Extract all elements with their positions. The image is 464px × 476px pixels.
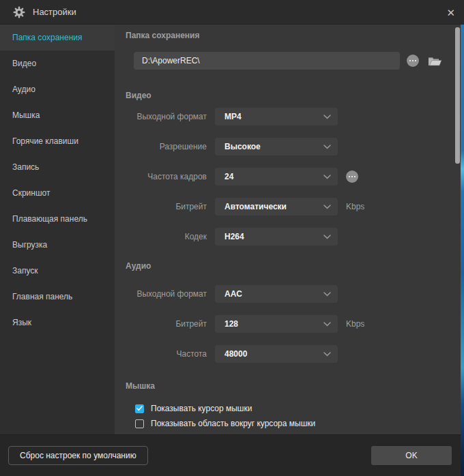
field-label: Частота — [126, 349, 207, 359]
sidebar-item-startup[interactable]: Запуск — [0, 258, 115, 284]
video-framerate-select[interactable]: 24 — [215, 168, 338, 185]
field-label: Выходной формат — [126, 112, 207, 121]
sidebar-item-mouse[interactable]: Мышка — [0, 102, 115, 128]
sidebar-item-record[interactable]: Запись — [0, 154, 115, 180]
audio-samplerate-select[interactable]: 48000 — [215, 345, 338, 363]
select-value: H264 — [224, 232, 244, 241]
field-label: Битрейт — [126, 319, 207, 329]
sidebar-item-upload[interactable]: Выгрузка — [0, 232, 115, 258]
select-value: 128 — [224, 319, 238, 329]
desktop-background-edge — [461, 25, 464, 476]
video-codec-row: Кодек H264 — [126, 228, 464, 246]
chevron-down-icon — [323, 115, 331, 119]
sidebar-item-screenshot[interactable]: Скриншот — [0, 180, 115, 206]
field-label: Разрешение — [126, 142, 207, 151]
audio-output-format-row: Выходной формат AAC — [126, 285, 464, 303]
unit-label: Kbps — [346, 319, 364, 329]
video-framerate-row: Частота кадров 24 — [126, 168, 464, 185]
chevron-down-icon — [323, 205, 331, 209]
video-resolution-row: Разрешение Высокое — [126, 138, 464, 155]
window-title: Настройки — [33, 7, 76, 17]
sidebar-item-language[interactable]: Язык — [0, 310, 115, 336]
section-title-audio: Аудио — [126, 261, 464, 271]
chevron-down-icon — [323, 322, 331, 327]
video-bitrate-select[interactable]: Автоматически — [215, 198, 338, 215]
video-bitrate-row: Битрейт Автоматически Kbps — [126, 198, 464, 215]
video-output-format-row: Выходной формат MP4 — [126, 108, 464, 125]
show-cursor-checkbox[interactable] — [135, 404, 144, 413]
section-title-video: Видео — [126, 90, 464, 101]
main-area: Папка сохранения Видео Аудио Мышка Горяч… — [0, 25, 464, 434]
sidebar-item-floating-panel[interactable]: Плавающая панель — [0, 206, 115, 232]
checkbox-label: Показывать курсор мышки — [151, 404, 252, 413]
sidebar-item-video[interactable]: Видео — [0, 50, 115, 76]
footer-bar: Сброс настроек по умолчанию OK — [0, 434, 464, 476]
open-folder-icon[interactable] — [428, 55, 442, 67]
field-label: Выходной формат — [126, 289, 207, 299]
chevron-down-icon — [323, 352, 331, 357]
select-value: AAC — [224, 289, 242, 299]
close-icon[interactable]: ✕ — [446, 7, 455, 17]
show-cursor-area-checkbox[interactable] — [135, 419, 144, 428]
title-bar: Настройки ✕ — [0, 0, 464, 25]
unit-label: Kbps — [346, 202, 364, 211]
video-codec-select[interactable]: H264 — [215, 228, 338, 246]
sidebar-item-main-panel[interactable]: Главная панель — [0, 284, 115, 310]
audio-bitrate-row: Битрейт 128 Kbps — [126, 315, 464, 333]
sidebar-item-hotkeys[interactable]: Горячие клавиши — [0, 128, 115, 154]
sidebar-item-save-folder[interactable]: Папка сохранения — [0, 25, 115, 50]
scrollbar-thumb[interactable] — [455, 27, 460, 164]
gear-icon — [13, 6, 25, 18]
show-cursor-row: Показывать курсор мышки — [135, 404, 464, 413]
section-title-mouse: Мышка — [126, 381, 464, 391]
save-path-input[interactable] — [134, 52, 400, 70]
chevron-down-icon — [323, 235, 331, 239]
chevron-down-icon — [323, 292, 331, 297]
section-title-save-folder: Папка сохранения — [126, 30, 464, 41]
select-value: 48000 — [224, 349, 247, 359]
select-value: MP4 — [224, 112, 242, 121]
select-value: Высокое — [224, 142, 261, 151]
framerate-ellipsis-button[interactable] — [346, 170, 358, 183]
checkbox-label: Показывать область вокруг курсора мышки — [151, 419, 315, 428]
settings-content: Папка сохранения Видео Выходной формат M… — [115, 25, 464, 434]
audio-bitrate-select[interactable]: 128 — [215, 315, 338, 333]
save-path-row — [134, 52, 464, 70]
audio-samplerate-row: Частота 48000 — [126, 345, 464, 363]
sidebar-item-audio[interactable]: Аудио — [0, 76, 115, 102]
ok-button[interactable]: OK — [371, 446, 452, 465]
video-output-format-select[interactable]: MP4 — [215, 108, 338, 125]
show-cursor-area-row: Показывать область вокруг курсора мышки — [135, 419, 464, 428]
reset-defaults-button[interactable]: Сброс настроек по умолчанию — [8, 446, 148, 465]
field-label: Битрейт — [126, 202, 207, 211]
chevron-down-icon — [323, 175, 331, 179]
video-resolution-select[interactable]: Высокое — [215, 138, 338, 155]
audio-output-format-select[interactable]: AAC — [215, 285, 338, 303]
select-value: Автоматически — [224, 202, 287, 211]
field-label: Частота кадров — [126, 172, 207, 181]
chevron-down-icon — [323, 145, 331, 149]
sidebar: Папка сохранения Видео Аудио Мышка Горяч… — [0, 25, 115, 434]
select-value: 24 — [224, 172, 233, 181]
browse-ellipsis-button[interactable] — [407, 55, 419, 67]
field-label: Кодек — [126, 232, 207, 241]
